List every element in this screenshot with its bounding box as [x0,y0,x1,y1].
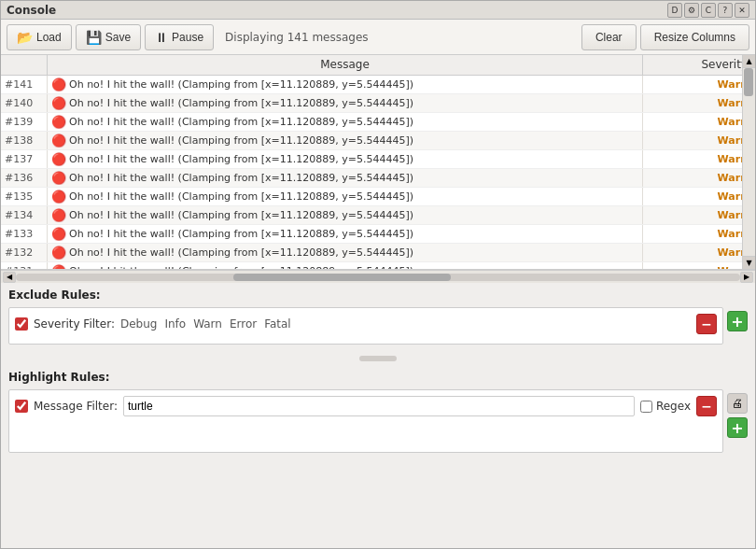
row-message-text: Oh no! I hit the wall! (Clamping from [x… [69,153,413,165]
hscroll-right-arrow[interactable]: ▶ [740,272,753,283]
table-row: #141 🔴 Oh no! I hit the wall! (Clamping … [1,76,755,94]
row-number: #134 [1,206,48,224]
row-severity: Warn [643,228,755,240]
warning-icon: 🔴 [51,208,66,222]
scroll-track[interactable] [743,68,755,256]
row-number: #141 [1,76,48,93]
table-row: #138 🔴 Oh no! I hit the wall! (Clamping … [1,132,755,150]
exclude-severity-checkbox[interactable] [15,317,28,331]
resizer-handle-area [1,352,755,365]
pause-label: Pause [172,31,203,44]
tag-info: Info [164,317,186,331]
table-row: #131 🔴 Oh no! I hit the wall! (Clamping … [1,262,755,269]
message-filter-input[interactable] [123,396,635,416]
col-header-message: Message [48,55,643,75]
exclude-rule-row: Severity Filter: Debug Info Warn Error F… [15,314,717,334]
table-body: #141 🔴 Oh no! I hit the wall! (Clamping … [1,76,755,269]
row-message: 🔴 Oh no! I hit the wall! (Clamping from … [48,206,643,224]
row-message: 🔴 Oh no! I hit the wall! (Clamping from … [48,244,643,261]
regex-label: Regex [656,400,691,413]
resizer-handle[interactable] [359,356,397,361]
regex-area: Regex [640,400,691,413]
regex-checkbox[interactable] [640,401,652,413]
row-severity: Warn [643,153,755,165]
hscroll-left-arrow[interactable]: ◀ [3,272,16,283]
highlight-message-label: Message Filter: [34,400,118,413]
row-message-text: Oh no! I hit the wall! (Clamping from [x… [69,116,413,128]
exclude-rules-box: Severity Filter: Debug Info Warn Error F… [8,307,723,345]
highlight-add-button[interactable]: + [727,417,748,438]
exclude-side-buttons: + [723,307,748,335]
row-message-text: Oh no! I hit the wall! (Clamping from [x… [69,190,413,203]
highlight-empty-space [15,420,717,446]
warning-icon: 🔴 [51,77,66,92]
warning-icon: 🔴 [51,152,66,166]
highlight-message-checkbox[interactable] [15,400,28,413]
row-number: #132 [1,244,48,261]
row-number: #138 [1,132,48,149]
highlight-remove-button[interactable]: − [696,396,717,416]
row-severity: Warn [643,172,755,184]
row-message-text: Oh no! I hit the wall! (Clamping from [x… [69,265,413,269]
row-message: 🔴 Oh no! I hit the wall! (Clamping from … [48,188,643,205]
row-severity: Warn [643,209,755,221]
window-btn-d[interactable]: D [667,3,682,18]
window-btn-close[interactable]: ✕ [735,3,749,18]
message-count: Displaying 141 messages [217,31,578,44]
exclude-rules-title: Exclude Rules: [8,289,748,302]
row-number: #133 [1,225,48,243]
row-number: #131 [1,262,48,269]
highlight-rule-row: Message Filter: Regex − [15,396,717,416]
col-header-num [1,55,48,75]
row-message: 🔴 Oh no! I hit the wall! (Clamping from … [48,113,643,131]
clear-button[interactable]: Clear [581,24,637,50]
table-row: #135 🔴 Oh no! I hit the wall! (Clamping … [1,188,755,206]
tag-error: Error [230,317,257,331]
window-btn-help[interactable]: ? [718,3,733,18]
row-number: #137 [1,150,48,168]
highlight-rules-section: Highlight Rules: Message Filter: Regex −… [1,365,755,460]
row-message-text: Oh no! I hit the wall! (Clamping from [x… [69,172,413,184]
highlight-rules-box: Message Filter: Regex − [8,389,723,453]
exclude-add-button[interactable]: + [727,311,748,331]
save-icon: 💾 [86,30,102,45]
row-message-text: Oh no! I hit the wall! (Clamping from [x… [69,228,413,240]
scroll-up-arrow[interactable]: ▲ [743,55,755,68]
row-message: 🔴 Oh no! I hit the wall! (Clamping from … [48,76,643,93]
resize-columns-button[interactable]: Resize Columns [640,24,749,50]
pause-icon: ⏸ [155,30,168,45]
row-message: 🔴 Oh no! I hit the wall! (Clamping from … [48,169,643,187]
hscroll-thumb[interactable] [233,274,451,281]
row-number: #139 [1,113,48,131]
window-controls: D ⚙ C ? ✕ [667,3,749,18]
scroll-down-arrow[interactable]: ▼ [743,256,755,269]
hscroll-track[interactable] [16,274,740,281]
table-row: #137 🔴 Oh no! I hit the wall! (Clamping … [1,150,755,169]
table-row: #140 🔴 Oh no! I hit the wall! (Clamping … [1,94,755,113]
row-severity: Warn [643,190,755,203]
window-btn-c[interactable]: C [701,3,716,18]
vertical-scrollbar[interactable]: ▲ ▼ [742,55,755,269]
pause-button[interactable]: ⏸ Pause [145,24,214,50]
exclude-severity-label: Severity Filter: [34,317,115,331]
row-message-text: Oh no! I hit the wall! (Clamping from [x… [69,78,413,91]
window-btn-gear[interactable]: ⚙ [684,3,699,18]
row-severity: Warn [643,265,755,269]
row-severity: Warn [643,97,755,109]
warning-icon: 🔴 [51,227,66,241]
tag-debug: Debug [120,317,157,331]
horizontal-scrollbar[interactable]: ◀ ▶ [1,270,755,283]
tag-fatal: Fatal [264,317,291,331]
save-button[interactable]: 💾 Save [76,24,141,50]
row-message-text: Oh no! I hit the wall! (Clamping from [x… [69,134,413,147]
tag-warn: Warn [193,317,222,331]
highlight-side-buttons: 🖨 + [723,389,748,442]
exclude-remove-button[interactable]: − [696,314,717,334]
table-row: #133 🔴 Oh no! I hit the wall! (Clamping … [1,225,755,244]
load-button[interactable]: 📂 Load [7,24,72,50]
warning-icon: 🔴 [51,190,66,204]
printer-button[interactable]: 🖨 [727,393,748,414]
scroll-thumb[interactable] [744,68,753,96]
row-severity: Warn [643,78,755,91]
row-message: 🔴 Oh no! I hit the wall! (Clamping from … [48,262,643,269]
